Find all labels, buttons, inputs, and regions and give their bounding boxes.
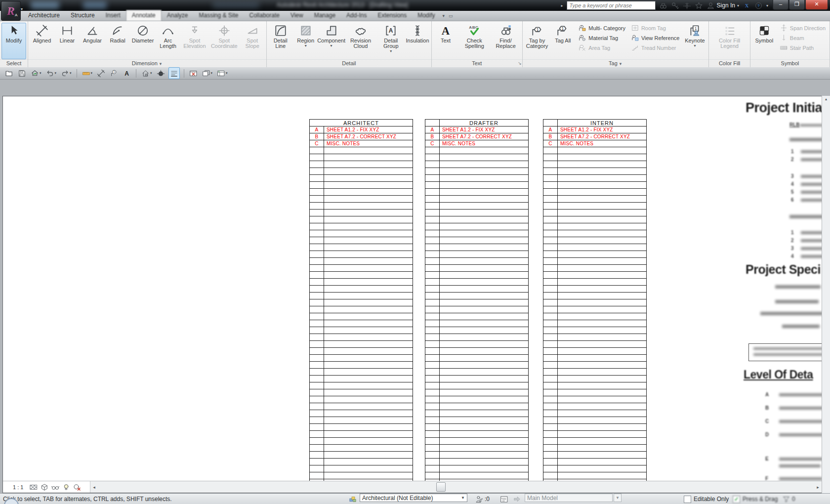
active-workset-dropdown[interactable]: Architectural (Not Editable) ▼	[360, 494, 467, 502]
view-scale-button[interactable]: 1 : 1	[13, 484, 23, 490]
button-region[interactable]: Region▼	[293, 23, 318, 59]
button-revision-cloud[interactable]: Revision Cloud	[344, 23, 376, 59]
active-design-option-dropdown[interactable]: Main Model	[525, 494, 613, 502]
panel-label-detail[interactable]: Detail	[267, 59, 431, 67]
help-icon[interactable]: ?	[754, 1, 763, 10]
room-tag-icon	[631, 24, 639, 32]
button-linear[interactable]: Linear	[55, 23, 80, 59]
button-symbol[interactable]: Symbol	[752, 23, 777, 59]
button-tag-all[interactable]: 1Tag All	[550, 23, 575, 59]
section-button[interactable]	[156, 68, 166, 79]
panel-label-dimension[interactable]: Dimension ▼	[28, 59, 266, 67]
undo-button[interactable]: ▾	[45, 68, 58, 79]
subscription-key-icon[interactable]	[671, 1, 679, 10]
tab-analyze[interactable]: Analyze	[162, 10, 194, 21]
button-detail-line[interactable]: Detail Line	[268, 23, 293, 59]
dialog-launcher-icon[interactable]: ↘	[518, 60, 522, 67]
button-text[interactable]: AText	[433, 23, 458, 59]
button-multi-category[interactable]: 1Multi- Category	[577, 23, 627, 33]
scroll-right-icon[interactable]: ▸	[814, 481, 822, 493]
sign-in-button[interactable]: Sign In ▾	[706, 1, 739, 10]
editable-filter-icon[interactable]	[475, 495, 484, 504]
button-view-reference[interactable]: View Reference	[629, 33, 681, 42]
button-arc-length[interactable]: Arc Length	[156, 23, 180, 59]
button-diameter[interactable]: Diameter	[130, 23, 155, 59]
infocenter-collapse-icon[interactable]: ▸	[561, 3, 563, 8]
user-icon	[706, 1, 715, 10]
search-icon[interactable]	[659, 1, 667, 10]
drawing-canvas[interactable]: ARCHITECTASHEET A1.2 - FIX XYZBSHEET A7.…	[2, 96, 822, 493]
button-component[interactable]: Component▼	[319, 23, 344, 59]
button-modify[interactable]: Modify	[1, 23, 26, 59]
tab-collaborate[interactable]: Collaborate	[244, 10, 285, 21]
worksets-icon[interactable]	[349, 495, 357, 504]
button-insulation[interactable]: Insulation	[405, 23, 430, 59]
tab-add-ins[interactable]: Add-Ins	[341, 10, 372, 21]
visual-style-button[interactable]	[40, 483, 49, 492]
reveal-hidden-elements-button[interactable]	[62, 483, 71, 492]
tab-annotate[interactable]: Annotate	[126, 10, 162, 21]
horizontal-scrollbar-thumb[interactable]	[436, 482, 446, 492]
horizontal-scrollbar[interactable]: ◂ ▸	[90, 481, 822, 493]
panel-label-tag[interactable]: Tag ▼	[523, 59, 709, 67]
button-material-tag[interactable]: 1Material Tag	[577, 33, 627, 42]
tab-modify[interactable]: Modify	[412, 10, 440, 21]
press-drag-checkbox[interactable]: ✓ Press & Drag	[733, 494, 778, 504]
minimize-button[interactable]: –	[773, 0, 788, 10]
button-aligned[interactable]: Aligned	[30, 23, 54, 59]
thin-lines-button[interactable]	[168, 67, 180, 79]
aligned-dimension-button[interactable]	[96, 68, 106, 79]
ribbon-options-chevron-icon[interactable]: ▾	[440, 13, 447, 21]
close-button[interactable]: ✕	[805, 0, 828, 10]
open-button[interactable]	[4, 68, 14, 79]
communication-center-icon[interactable]	[683, 1, 691, 10]
save-button[interactable]	[17, 68, 27, 79]
synchronize-button[interactable]: ▾	[30, 68, 42, 79]
text-button[interactable]: A	[122, 68, 132, 79]
switch-windows-button[interactable]: ▾	[201, 68, 214, 79]
help-chevron-icon[interactable]: ▾	[766, 3, 768, 8]
button-detail-group[interactable]: ADetail Group▼	[377, 23, 405, 59]
default-3d-view-button[interactable]: ▾	[140, 68, 153, 79]
panel-label-text[interactable]: Text↘	[432, 59, 522, 67]
close-hidden-windows-button[interactable]	[188, 68, 199, 79]
tab-extensions[interactable]: Extensions	[372, 10, 412, 21]
favorites-star-icon[interactable]	[695, 1, 703, 10]
editable-only-checkbox[interactable]: Editable Only	[684, 494, 729, 504]
save-icon	[18, 69, 26, 78]
button-tag-by-category[interactable]: 1Tag by Category	[524, 23, 550, 59]
application-menu-button[interactable]: R	[1, 1, 21, 21]
panel-label-select[interactable]: Select	[0, 59, 28, 67]
tag-by-category-button[interactable]: 1	[109, 68, 119, 79]
panel-label-color-fill[interactable]: Color Fill	[709, 59, 749, 67]
vertical-scrollbar[interactable]: ▴	[822, 96, 830, 493]
ribbon-minimize-icon[interactable]: ▭	[447, 13, 455, 21]
button-find-replace[interactable]: Find/ Replace	[491, 23, 520, 59]
tab-structure[interactable]: Structure	[65, 10, 100, 21]
exchange-apps-icon[interactable]: X	[743, 1, 751, 10]
search-input[interactable]	[567, 1, 656, 10]
tab-insert[interactable]: Insert	[100, 10, 126, 21]
button-radial[interactable]: Radial	[105, 23, 130, 59]
restore-button[interactable]: ❐	[789, 0, 805, 10]
measure-button[interactable]: ▾	[81, 68, 94, 79]
tab-massing-site[interactable]: Massing & Site	[193, 10, 244, 21]
tab-architecture[interactable]: Architecture	[23, 10, 65, 21]
temporary-hide-isolate-button[interactable]	[51, 483, 60, 492]
user-interface-button[interactable]: ▾	[216, 68, 229, 79]
panel-label-symbol[interactable]: Symbol	[750, 59, 830, 67]
scroll-up-icon[interactable]: ▴	[822, 97, 830, 101]
scroll-left-icon[interactable]: ◂	[90, 481, 98, 493]
design-options-icon[interactable]	[500, 495, 508, 504]
selection-filter[interactable]: 0	[782, 494, 795, 504]
tab-manage[interactable]: Manage	[309, 10, 341, 21]
button-angular[interactable]: Angular	[80, 23, 105, 59]
button-check-spelling[interactable]: ABCCheck Spelling	[458, 23, 490, 59]
design-option-chevron[interactable]: ▼	[614, 494, 622, 502]
button-label: Linear	[60, 38, 75, 43]
worksharing-display-button[interactable]	[73, 483, 82, 492]
detail-level-button[interactable]	[29, 483, 38, 492]
redo-button[interactable]: ▾	[60, 68, 73, 79]
button-keynote[interactable]: 1Keynote▼	[682, 23, 707, 59]
tab-view[interactable]: View	[285, 10, 309, 21]
